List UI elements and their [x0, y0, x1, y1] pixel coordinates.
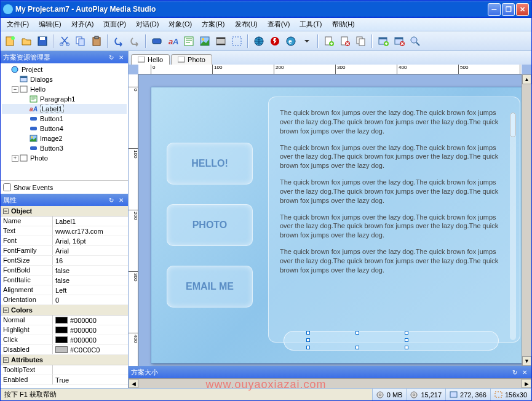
copy-icon[interactable] [73, 34, 88, 49]
tree-button1[interactable]: Button1 [2, 114, 127, 124]
resource-manager-title: 方案资源管理器 [3, 53, 50, 62]
prop-fontfamily[interactable]: FontFamilyArial [1, 246, 128, 256]
prop-text[interactable]: Textwww.cr173.com [1, 226, 128, 236]
maximize-button[interactable]: ❐ [502, 3, 515, 16]
prop-fontitalic[interactable]: FontItalicfalse [1, 276, 128, 285]
image-object-icon[interactable] [197, 34, 212, 49]
menu-page[interactable]: 页面(P) [98, 18, 131, 30]
tree-photo-page[interactable]: +Photo [2, 153, 127, 163]
project-tree[interactable]: Project Dialogs −Hello Paragraph1 aALabe… [1, 63, 128, 180]
canvas-button-hello[interactable]: HELLO! [167, 143, 253, 185]
svg-rect-10 [153, 39, 161, 44]
scroll-down-icon[interactable]: ▼ [522, 356, 531, 366]
open-icon[interactable] [19, 34, 34, 49]
menu-project[interactable]: 方案(R) [197, 18, 229, 30]
svg-text:A: A [172, 37, 178, 46]
size-hscrollbar[interactable]: ◀ ▶ [129, 378, 531, 388]
paragraph-object-icon[interactable] [181, 34, 196, 49]
paragraph-scrollbar[interactable] [510, 113, 516, 340]
tree-button3[interactable]: Button3 [2, 143, 127, 153]
new-icon[interactable] [3, 34, 18, 49]
prop-group-object[interactable]: −Object [1, 206, 128, 216]
cut-icon[interactable] [57, 34, 72, 49]
remove-page-icon[interactable] [338, 34, 352, 49]
close-panel-icon[interactable]: ✕ [117, 53, 125, 62]
prop-disabled[interactable]: Disabled#C0C0C0 [1, 345, 128, 355]
tree-label1[interactable]: aALabel1 [2, 104, 127, 114]
canvas-button-photo[interactable]: PHOTO [167, 204, 253, 246]
flash-object-icon[interactable] [268, 34, 282, 49]
menu-file[interactable]: 文件(F) [2, 18, 34, 30]
prop-font[interactable]: FontArial, 16pt [1, 236, 128, 246]
prop-tooltiptext[interactable]: TooltipText [1, 365, 128, 375]
menu-help[interactable]: 帮助(H) [327, 18, 360, 30]
undo-icon[interactable] [111, 34, 126, 49]
scroll-up-icon[interactable]: ▲ [522, 74, 531, 84]
add-page-icon[interactable] [322, 34, 336, 49]
scroll-left-icon[interactable]: ◀ [129, 379, 138, 388]
horizontal-ruler: 0 100 200 300 400 500 600 [138, 65, 522, 74]
scroll-right-icon[interactable]: ▶ [522, 379, 531, 388]
prop-click[interactable]: Click#000000 [1, 335, 128, 345]
design-canvas[interactable]: HELLO! PHOTO EMAIL ME The quick brown fo… [138, 74, 522, 366]
add-dialog-icon[interactable] [376, 34, 391, 49]
video-object-icon[interactable] [213, 34, 228, 49]
page-hello[interactable]: HELLO! PHOTO EMAIL ME The quick brown fo… [151, 87, 522, 363]
button-object-icon[interactable] [149, 34, 164, 49]
tree-project[interactable]: Project [2, 65, 127, 74]
selection-handles[interactable] [308, 333, 407, 347]
tree-paragraph1[interactable]: Paragraph1 [2, 94, 127, 104]
label-object-icon[interactable]: aA [165, 34, 180, 49]
canvas-vscrollbar[interactable]: ▲ ▼ [522, 74, 531, 366]
svg-point-55 [413, 394, 415, 395]
prop-normal[interactable]: Normal#000000 [1, 316, 128, 325]
prop-group-attributes[interactable]: −Attributes [1, 355, 128, 365]
menu-edit[interactable]: 编辑(E) [34, 18, 66, 30]
prop-group-colors[interactable]: −Colors [1, 305, 128, 316]
tree-dialogs[interactable]: Dialogs [2, 74, 127, 84]
close-button[interactable]: ✕ [516, 3, 529, 16]
web-object-icon[interactable] [252, 34, 266, 49]
menu-object[interactable]: 对象(O) [164, 18, 197, 30]
close-panel-icon[interactable]: ✕ [520, 368, 529, 376]
prop-alignment[interactable]: AlignmentLeft [1, 285, 128, 295]
prop-name[interactable]: NameLabel1 [1, 216, 128, 226]
save-icon[interactable] [35, 34, 50, 49]
refresh-icon[interactable]: ↻ [107, 53, 116, 62]
duplicate-page-icon[interactable] [354, 34, 368, 49]
menu-dialog[interactable]: 对话(D) [131, 18, 164, 30]
redo-icon[interactable] [127, 34, 142, 49]
menu-view[interactable]: 查看(V) [263, 18, 295, 30]
tree-button4[interactable]: Button4 [2, 124, 127, 133]
prop-fontbold[interactable]: FontBoldfalse [1, 266, 128, 276]
preview-icon[interactable] [408, 34, 423, 49]
svg-point-47 [31, 137, 33, 138]
svg-rect-3 [40, 37, 45, 40]
select-object-icon[interactable] [229, 34, 244, 49]
close-panel-icon[interactable]: ✕ [117, 196, 125, 204]
tree-image2[interactable]: Image2 [2, 133, 127, 143]
refresh-icon[interactable]: ↻ [510, 368, 519, 376]
tab-hello[interactable]: Hello [131, 54, 170, 65]
size-icon [494, 391, 503, 399]
menu-tools[interactable]: 工具(T) [295, 18, 327, 30]
minimize-button[interactable]: ─ [488, 3, 501, 16]
menu-align[interactable]: 对齐(A) [66, 18, 99, 30]
canvas-button-email[interactable]: EMAIL ME [167, 266, 253, 308]
ie-object-icon[interactable]: e [284, 34, 298, 49]
prop-orientation[interactable]: Orientation0 [1, 295, 128, 305]
remove-dialog-icon[interactable] [392, 34, 407, 49]
prop-fontsize[interactable]: FontSize16 [1, 256, 128, 266]
tree-hello-page[interactable]: −Hello [2, 84, 127, 94]
properties-grid[interactable]: −Object NameLabel1 Textwww.cr173.com Fon… [1, 206, 128, 388]
prop-enabled[interactable]: EnabledTrue [1, 375, 128, 385]
refresh-icon[interactable]: ↻ [107, 196, 116, 204]
object-dropdown-icon[interactable] [300, 34, 314, 49]
canvas-paragraph[interactable]: The quick brown fox jumps over the lazy … [268, 97, 520, 343]
svg-point-37 [12, 66, 18, 73]
paste-icon[interactable] [89, 34, 104, 49]
menu-publish[interactable]: 发布(U) [230, 18, 263, 30]
show-events-checkbox[interactable]: Show Events [3, 183, 125, 191]
tab-photo[interactable]: Photo [171, 54, 212, 65]
prop-highlight[interactable]: Highlight#000000 [1, 325, 128, 335]
